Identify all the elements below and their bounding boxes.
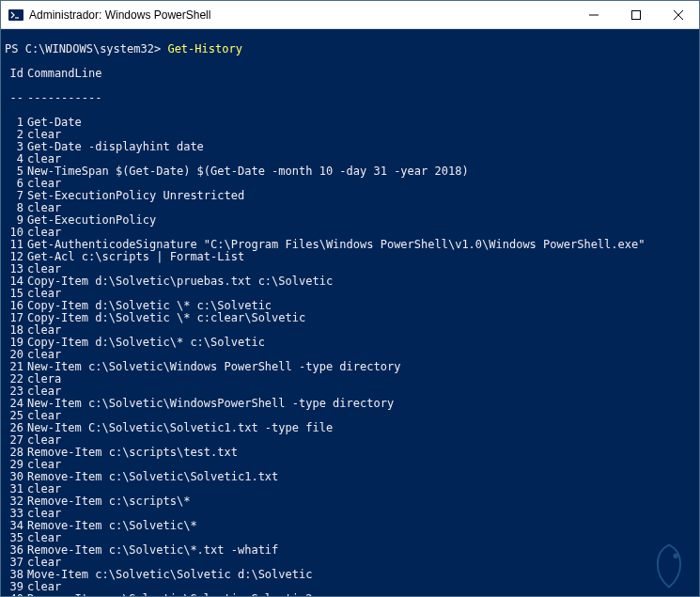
history-row: 38 Move-Item c:\Solvetic\Solvetic d:\Sol…	[5, 569, 695, 581]
powershell-icon	[8, 8, 23, 23]
history-cmd: Remove-Item c:\Solvetic\*	[27, 520, 695, 532]
history-cmd: Copy-Item d:\Solvetic\pruebas.txt c:\Sol…	[27, 275, 695, 288]
history-cmd: New-Item C:\Solvetic\Solvetic1.txt -type…	[27, 422, 695, 434]
history-cmd: Get-ExecutionPolicy	[27, 214, 695, 227]
history-cmd: Set-ExecutionPolicy Unrestricted	[27, 190, 695, 202]
history-id: 6	[5, 178, 27, 190]
history-row: 5 New-TimeSpan $(Get-Date) $(Get-Date -m…	[5, 165, 695, 178]
history-row: 21 New-Item c:\Solvetic\Windows PowerShe…	[5, 361, 695, 373]
header-id: Id	[5, 68, 27, 80]
history-row: 3 Get-Date -displayhint date	[5, 141, 695, 153]
history-row: 24 New-Item c:\Solvetic\WindowsPowerShel…	[5, 398, 695, 410]
history-cmd: Remove-Item c:\Solvetic\*.txt -whatif	[27, 544, 695, 557]
history-cmd: Move-Item c:\Solvetic\Solvetic d:\Solvet…	[27, 569, 695, 581]
history-header: Id CommandLine	[5, 68, 695, 80]
history-id: 1	[5, 117, 27, 129]
svg-rect-0	[8, 9, 23, 21]
history-row: 22 clera	[5, 373, 695, 385]
history-id: 40	[5, 593, 27, 596]
history-row: 30 Remove-Item c:\Solvetic\Solvetic1.txt	[5, 471, 695, 483]
window-title: Administrador: Windows PowerShell	[29, 8, 210, 22]
history-id: 5	[5, 165, 27, 178]
minimize-button[interactable]	[572, 1, 614, 29]
history-row: 26 New-Item C:\Solvetic\Solvetic1.txt -t…	[5, 422, 695, 434]
history-row: 36 Remove-Item c:\Solvetic\*.txt -whatif	[5, 544, 695, 557]
powershell-window: Administrador: Windows PowerShell PS C:\…	[0, 0, 700, 597]
history-id: 4	[5, 153, 27, 165]
history-cmd: Rename-Item c:\Solvetic\Solvetic Solveti…	[27, 593, 695, 596]
header-id-dash: --	[5, 92, 27, 104]
close-button[interactable]	[657, 1, 699, 29]
svg-point-6	[674, 554, 678, 558]
maximize-button[interactable]	[614, 1, 657, 29]
history-cmd: Get-Acl c:\scripts | Format-List	[27, 251, 695, 263]
history-cmd: New-TimeSpan $(Get-Date) $(Get-Date -mon…	[27, 165, 695, 178]
header-cmd: CommandLine	[27, 68, 695, 80]
history-row: 14 Copy-Item d:\Solvetic\pruebas.txt c:\…	[5, 275, 695, 288]
history-cmd: Remove-Item c:\scripts\test.txt	[27, 447, 695, 459]
svg-rect-3	[631, 10, 640, 19]
history-row: 40 Rename-Item c:\Solvetic\Solvetic Solv…	[5, 593, 695, 596]
history-row: 34 Remove-Item c:\Solvetic\*	[5, 520, 695, 532]
history-cmd: Remove-Item c:\Solvetic\Solvetic1.txt	[27, 471, 695, 483]
watermark-icon	[644, 541, 694, 591]
history-row: 1 Get-Date	[5, 117, 695, 129]
history-row: 9 Get-ExecutionPolicy	[5, 214, 695, 227]
history-cmd: clera	[27, 373, 695, 385]
history-row: 12 Get-Acl c:\scripts | Format-List	[5, 251, 695, 263]
history-cmd: Get-Date	[27, 117, 695, 129]
history-cmd: New-Item c:\Solvetic\Windows PowerShell …	[27, 361, 695, 373]
prompt-command: Get-History	[167, 42, 241, 55]
history-id: 3	[5, 141, 27, 153]
prompt-path: PS C:\WINDOWS\system32>	[5, 42, 161, 55]
history-row: 7 Set-ExecutionPolicy Unrestricted	[5, 190, 695, 202]
history-header-sep: -- -----------	[5, 92, 695, 104]
history-id: 8	[5, 202, 27, 214]
history-row: 19 Copy-Item d:\Solvetic\* c:\Solvetic	[5, 337, 695, 349]
history-cmd: Copy-Item d:\Solvetic\* c:\Solvetic	[27, 337, 695, 349]
history-id: 2	[5, 129, 27, 141]
titlebar[interactable]: Administrador: Windows PowerShell	[1, 1, 699, 29]
history-cmd: Remove-Item c:\scripts\*	[27, 495, 695, 508]
terminal-output[interactable]: PS C:\WINDOWS\system32> Get-History Id C…	[1, 29, 699, 596]
history-cmd: Get-Date -displayhint date	[27, 141, 695, 153]
history-row: 17 Copy-Item d:\Solvetic \* c:clear\Solv…	[5, 312, 695, 324]
history-cmd: New-Item c:\Solvetic\WindowsPowerShell -…	[27, 398, 695, 410]
history-cmd: Copy-Item d:\Solvetic \* c:clear\Solveti…	[27, 312, 695, 324]
header-cmd-dash: -----------	[27, 92, 695, 104]
history-row: 32 Remove-Item c:\scripts\*	[5, 495, 695, 508]
history-row: 28 Remove-Item c:\scripts\test.txt	[5, 447, 695, 459]
history-id: 7	[5, 190, 27, 202]
